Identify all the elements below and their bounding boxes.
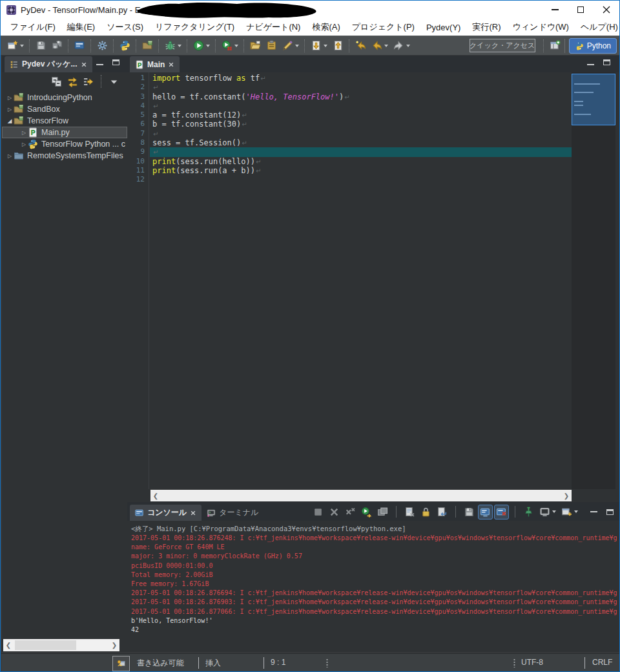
tree-item-tensorflow[interactable]: ◢TensorFlow [2,115,127,127]
relaunch-button[interactable] [359,505,374,520]
tab-main-py[interactable]: P Main [130,56,180,72]
dropdown-caret-icon[interactable] [206,45,210,47]
view-menu-button[interactable] [107,74,121,89]
scroll-right-icon[interactable]: ❯ [109,642,119,649]
expand-arrow-icon[interactable]: ▷ [6,153,14,159]
expand-arrow-icon[interactable]: ▷ [20,130,28,136]
tree-item-remotesystemstempfiles[interactable]: ▷RemoteSystemsTempFiles [2,150,127,162]
expand-arrow-icon[interactable]: ▷ [6,95,14,101]
save-button[interactable] [34,38,48,53]
minimap[interactable] [572,72,615,489]
tab-コンソール[interactable]: コンソール [130,505,202,521]
menu-item-10[interactable]: ヘルプ(H) [575,19,620,35]
code-line-1[interactable]: import tensorflow as tf↵ [150,74,572,83]
console-view-button[interactable] [72,38,87,53]
dropdown-caret-icon[interactable] [178,45,181,47]
debug-bug-button[interactable] [163,38,183,53]
status-restore-button[interactable] [112,656,130,671]
clear-console-button[interactable] [402,505,417,520]
tree-item-introducingpython[interactable]: ▷IntroducingPython [2,92,127,103]
collapse-arrow-icon[interactable]: ◢ [6,118,14,124]
code-line-5[interactable]: a = tf.constant(12)↵ [150,110,572,120]
menu-item-1[interactable]: 編集(E) [61,19,101,35]
maximize-view-icon[interactable] [112,59,119,65]
code-line-12[interactable] [150,175,572,184]
close-x-button[interactable] [327,505,342,520]
tree-item-sandbox[interactable]: ▷SandBox [2,103,127,115]
menu-item-7[interactable]: Pydev(Y) [420,21,466,34]
menu-item-4[interactable]: ナビゲート(N) [240,19,306,35]
scroll-left-icon[interactable]: ❮ [3,642,14,649]
import-button[interactable] [309,38,329,53]
code-line-4[interactable]: ↵ [150,101,572,110]
package-folder-button[interactable] [140,38,155,53]
console-output[interactable]: <終了> Main.py [C:¥ProgramData¥Anaconda3¥e… [127,521,619,652]
menu-item-8[interactable]: 実行(R) [466,19,506,35]
statusbar-drag-handle[interactable] [513,658,515,667]
menu-item-0[interactable]: ファイル(F) [5,19,61,35]
back-button[interactable] [369,38,390,53]
stop-button[interactable] [311,505,326,520]
code-editor[interactable]: 123456789101112 import tensorflow as tf↵… [127,72,619,489]
pin-console-button[interactable] [521,505,536,520]
stderr-toggle-button[interactable] [494,505,509,520]
code-line-6[interactable]: b = tf.constant(30)↵ [150,120,572,129]
window-minimize-button[interactable] [542,1,568,19]
pen-button[interactable] [280,38,301,53]
sidebar-horizontal-scrollbar[interactable]: ❮ ❯ [3,639,119,651]
python-perspective-button[interactable]: Python [569,38,617,54]
open-perspective-icon[interactable] [550,40,561,51]
dropdown-caret-icon[interactable] [295,45,299,47]
dropdown-caret-icon[interactable] [574,510,578,513]
tab-ターミナル[interactable]: ターミナル [202,505,264,521]
quick-access-box[interactable]: クイック・アクセス [470,39,535,52]
clipboard-button[interactable] [264,38,279,53]
minimize-view-icon[interactable] [96,64,103,65]
code-line-10[interactable]: print(sess.run(hello))↵ [150,157,572,166]
code-line-7[interactable]: ↵ [150,129,572,138]
close-icon[interactable] [190,510,196,516]
maximize-view-icon[interactable] [603,59,610,65]
menu-item-6[interactable]: プロジェクト(P) [346,19,420,35]
dropdown-caret-icon[interactable] [406,45,410,47]
gear-button[interactable] [95,38,110,53]
expand-arrow-icon[interactable]: ▷ [6,107,14,112]
python-button[interactable] [118,38,132,53]
window-close-button[interactable] [594,1,619,19]
scroll-lock-button[interactable] [418,505,433,520]
dropdown-caret-icon[interactable] [20,45,24,47]
collapse-all-button[interactable] [49,74,64,89]
expand-arrow-icon[interactable]: ▷ [20,142,28,147]
new-console-button[interactable] [559,505,580,520]
coverage-button[interactable] [220,38,240,53]
new-wizard-button[interactable] [5,38,26,53]
minimize-view-icon[interactable] [587,64,594,65]
code-line-9[interactable]: ↵ [150,147,572,156]
focus-button[interactable] [81,74,96,89]
scroll-left-icon[interactable]: ❮ [150,492,161,499]
menu-item-5[interactable]: 検索(A) [306,19,346,35]
menu-item-2[interactable]: ソース(S) [101,19,149,35]
minimize-view-icon[interactable] [590,511,597,512]
tab-pydev-package-explorer[interactable]: Pydev パッケ... [5,56,92,72]
tree-item-tensorflow-python-c[interactable]: ▷TensorFlow Python ... c [2,138,127,150]
word-wrap-button[interactable] [435,505,450,520]
close-icon[interactable] [168,61,174,68]
display-console-button[interactable] [537,505,558,520]
maximize-view-icon[interactable] [606,509,614,515]
dropdown-caret-icon[interactable] [384,45,388,47]
minimap-viewport[interactable] [572,74,615,125]
save-button[interactable] [462,505,477,520]
open-folder-button[interactable] [248,38,263,53]
duplicate-button[interactable] [375,505,390,520]
tree-item-main-py[interactable]: ▷PMain.py [2,127,127,138]
run-button[interactable] [191,38,212,53]
dropdown-caret-icon[interactable] [324,45,327,47]
dropdown-caret-icon[interactable] [552,510,556,513]
close-icon[interactable] [81,61,87,68]
dropdown-caret-icon[interactable] [234,45,238,47]
code-line-8[interactable]: sess = tf.Session()↵ [150,138,572,147]
code-line-2[interactable]: ↵ [150,83,572,92]
close-all-x-button[interactable] [343,505,358,520]
menu-item-9[interactable]: ウィンドウ(W) [506,19,574,35]
